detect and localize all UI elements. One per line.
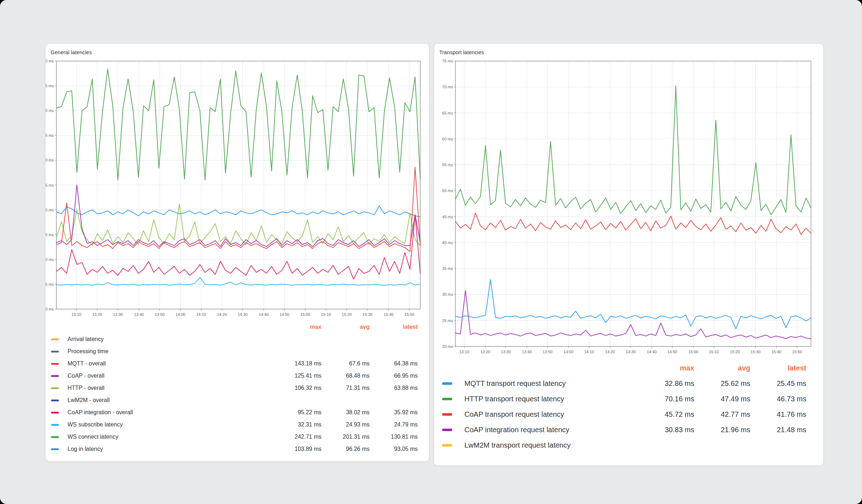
legend-label[interactable]: CoAP integration request latency [442,426,640,434]
series-max-value: 32.86 ms [640,379,696,388]
series-color-swatch-icon [51,363,59,365]
legend-label[interactable]: Log in latency [51,446,279,452]
legend-header-max: max [640,364,696,372]
series-latest-value: 63.88 ms [375,385,423,391]
transport-latencies-legend: maxavglatestMQTT transport request laten… [442,360,808,453]
legend-item-lwm2m-overall[interactable]: LwM2M - overall [51,394,423,406]
series-latest-value: 21.48 ms [752,426,808,434]
y-axis-label: 75 ms [442,59,453,63]
series-avg-value: 71.31 ms [327,385,375,391]
series-max-value: 32.31 ms [279,421,327,428]
series-name: Arrival latency [68,336,103,342]
legend-item-coap-overall[interactable]: CoAP - overall125.41 ms68.48 ms66.95 ms [51,370,423,382]
y-axis-label: 65 ms [442,111,453,115]
x-axis-label: 13:20 [480,350,490,354]
dashboard-background: General latencies 0 ms25 ms50 ms75 ms100… [0,0,862,504]
y-axis-label: 25 ms [442,318,453,323]
series-max-value: 45.72 ms [640,410,696,419]
legend-item-arrival-latency[interactable]: Arrival latency [51,333,423,345]
y-axis-label: 45 ms [442,215,453,219]
y-axis-label: 35 ms [442,266,453,271]
legend-item-http-overall[interactable]: HTTP - overall106.32 ms71.31 ms63.88 ms [51,382,423,394]
series-color-swatch-icon [442,382,452,385]
series-color-swatch-icon [442,429,452,431]
x-axis-label: 13:40 [522,350,532,354]
series-line-ws-connect-latency [56,69,420,180]
y-axis-label: 0 ms [46,307,54,311]
series-name: MQTT transport request latency [464,379,566,388]
x-axis-label: 15:00 [300,312,310,317]
legend-item-coap-integration-request-latency[interactable]: CoAP integration request latency30.83 ms… [442,422,808,438]
legend-label[interactable]: HTTP transport request latency [442,395,640,403]
legend-label[interactable]: WS connect latency [51,434,279,440]
y-axis-label: 150 ms [46,158,54,162]
legend-item-coap-transport-request-latency[interactable]: CoAP transport request latency45.72 ms42… [442,407,808,422]
legend-label[interactable]: MQTT - overall [51,360,279,367]
x-axis-label: 14:40 [259,312,269,317]
series-color-swatch-icon [51,375,59,377]
series-name: WS connect latency [68,434,118,440]
y-axis-label: 55 ms [442,163,453,167]
legend-item-http-transport-request-latency[interactable]: HTTP transport request latency70.16 ms47… [442,391,808,407]
legend-label[interactable]: Arrival latency [51,336,279,342]
x-axis-label: 14:30 [626,350,636,354]
series-name: CoAP integration request latency [464,426,569,434]
legend-header-row: maxavglatest [442,360,808,376]
legend-item-processing-time[interactable]: Processing time [51,345,423,358]
x-axis-label: 15:30 [751,350,761,354]
series-max-value: 95.22 ms [279,409,327,416]
legend-label[interactable]: CoAP transport request latency [442,410,640,419]
legend-item-lwm2m-transport-request-latency[interactable]: LwM2M transport request latency [442,438,808,453]
series-latest-value: 93.05 ms [375,446,423,452]
series-name: HTTP transport request latency [464,395,564,403]
legend-header-avg: avg [696,364,752,372]
series-color-swatch-icon [51,436,59,438]
y-axis-label: 100 ms [46,208,54,212]
x-axis-label: 13:10 [71,312,82,317]
y-axis-label: 40 ms [442,241,453,245]
legend-item-mqtt-transport-request-latency[interactable]: MQTT transport request latency32.86 ms25… [442,376,808,391]
legend-header-latest: latest [375,324,423,330]
series-color-swatch-icon [51,351,59,353]
legend-item-ws-subscribe-latency[interactable]: WS subscribe latency32.31 ms24.93 ms24.7… [51,419,423,431]
y-axis-label: 125 ms [46,183,54,187]
legend-label[interactable]: CoAP - overall [51,373,279,379]
legend-item-coap-integration-overall[interactable]: CoAP integration - overall95.22 ms38.02 … [51,406,423,419]
x-axis-label: 15:30 [362,312,372,317]
series-avg-value: 201.31 ms [327,434,375,440]
y-axis-label: 20 ms [442,344,453,349]
series-line-coap-transport-request-latency [455,213,811,234]
legend-label[interactable]: LwM2M - overall [51,397,279,403]
series-name: Processing time [68,348,108,355]
series-name: LwM2M transport request latency [464,441,571,449]
series-line-mqtt-transport-request-latency [455,280,811,329]
series-name: CoAP - overall [68,373,105,379]
legend-label[interactable]: WS subscribe latency [51,421,279,428]
panel-general-latencies: General latencies 0 ms25 ms50 ms75 ms100… [46,44,429,461]
legend-label[interactable]: CoAP integration - overall [51,409,279,416]
series-line-http-overall [56,204,420,246]
y-axis-label: 225 ms [46,84,54,88]
x-axis-label: 14:20 [605,350,615,354]
x-axis-label: 15:50 [404,312,414,317]
x-axis-label: 15:00 [689,350,699,354]
series-avg-value: 24.93 ms [327,421,375,428]
x-axis-label: 13:40 [134,312,144,317]
general-latencies-chart[interactable]: 0 ms25 ms50 ms75 ms100 ms125 ms150 ms175… [46,44,429,323]
legend-label[interactable]: MQTT transport request latency [442,379,640,388]
legend-item-log-in-latency[interactable]: Log in latency103.89 ms96.26 ms93.05 ms [51,443,423,455]
series-latest-value: 46.73 ms [752,395,808,403]
x-axis-label: 15:40 [771,350,782,354]
series-color-swatch-icon [51,400,59,401]
y-axis-label: 70 ms [442,85,453,89]
legend-label[interactable]: LwM2M transport request latency [442,441,640,449]
legend-label[interactable]: HTTP - overall [51,385,279,391]
x-axis-label: 13:30 [113,312,123,317]
legend-item-ws-connect-latency[interactable]: WS connect latency242.71 ms201.31 ms130.… [51,431,423,443]
legend-item-mqtt-overall[interactable]: MQTT - overall143.18 ms67.6 ms64.38 ms [51,358,423,370]
series-avg-value: 67.6 ms [327,360,375,367]
legend-label[interactable]: Processing time [51,348,279,355]
transport-latencies-chart[interactable]: 20 ms25 ms30 ms35 ms40 ms45 ms50 ms55 ms… [434,44,823,361]
series-avg-value: 68.48 ms [327,373,375,379]
series-avg-value: 38.02 ms [327,409,375,416]
